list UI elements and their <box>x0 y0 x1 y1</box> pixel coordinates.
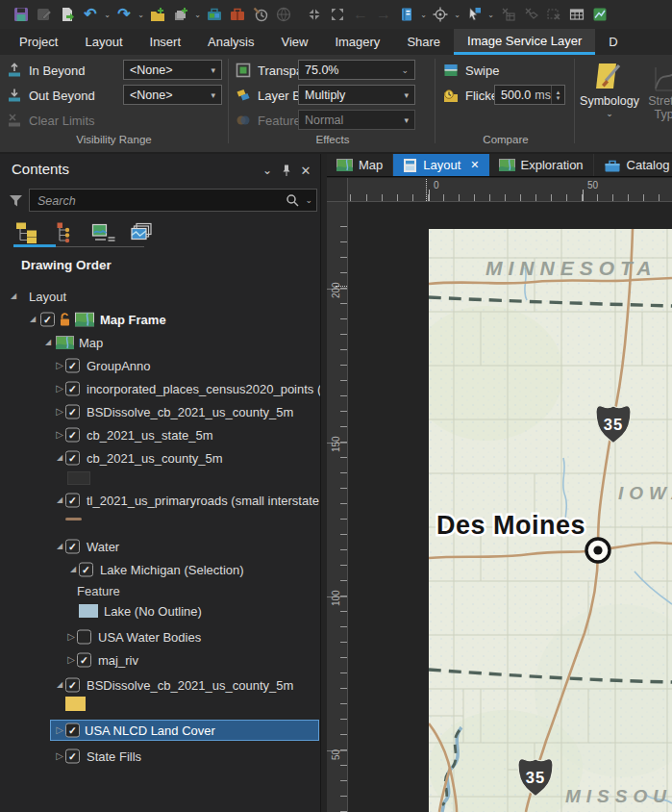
explore-icon[interactable] <box>429 2 452 27</box>
feature-blend-select[interactable]: Normal ▾ <box>298 110 415 130</box>
select-by-attributes-icon[interactable] <box>496 2 519 27</box>
expander-icon[interactable]: ▷ <box>54 407 65 417</box>
infographics-icon[interactable] <box>588 2 611 27</box>
checkbox[interactable]: ✓ <box>65 540 80 554</box>
tree-item-layout[interactable]: ◢ Layout <box>0 285 320 308</box>
tree-item-lake-michigan[interactable]: ◢ ✓ Lake Michigan (Selection) <box>0 558 320 581</box>
redo-dropdown-icon[interactable]: ⌄ <box>136 2 146 27</box>
expander-icon[interactable]: ◢ <box>27 316 38 323</box>
tree-item-cb-state[interactable]: ▷ ✓ cb_2021_us_state_5m <box>0 423 320 446</box>
checkbox[interactable]: ✓ <box>65 723 80 738</box>
ribbon-tab-analysis[interactable]: Analysis <box>194 29 267 55</box>
checkbox[interactable]: ✓ <box>77 653 91 668</box>
ribbon-tab-image-service-layer[interactable]: Image Service Layer <box>454 29 595 55</box>
ribbon-tab-share[interactable]: Share <box>393 29 454 55</box>
ribbon-tab-data[interactable]: D <box>595 29 631 55</box>
undo-icon[interactable]: ↶ <box>79 2 102 27</box>
history-icon[interactable] <box>249 2 272 27</box>
horizontal-ruler[interactable]: 0 50 <box>348 178 672 202</box>
redo-icon[interactable]: ↷ <box>112 2 136 27</box>
tree-item-water[interactable]: ◢ ✓ Water <box>0 535 320 558</box>
checkbox[interactable]: ✓ <box>65 494 80 508</box>
globe-icon[interactable] <box>272 2 295 27</box>
stretch-type-button[interactable]: Stretch Type <box>640 60 672 121</box>
expander-icon[interactable]: ◢ <box>54 496 65 504</box>
collapse-panes-icon[interactable] <box>303 2 326 27</box>
expander-icon[interactable]: ◢ <box>8 292 19 300</box>
expander-icon[interactable]: ◢ <box>67 566 79 573</box>
ribbon-tab-layout[interactable]: Layout <box>71 29 136 55</box>
expander-icon[interactable]: ◢ <box>54 681 65 689</box>
checkbox[interactable]: ✓ <box>77 630 91 645</box>
view-tab-exploration[interactable]: Exploration <box>489 154 594 176</box>
add-layers-dropdown-icon[interactable]: ⌄ <box>192 2 203 27</box>
ribbon-tab-project[interactable]: Project <box>6 29 71 55</box>
expander-icon[interactable]: ◢ <box>42 339 54 346</box>
view-tab-layout[interactable]: Layout ✕ <box>393 154 488 176</box>
flicker-button[interactable]: Flicker <box>442 85 502 106</box>
ribbon-tab-view[interactable]: View <box>267 29 321 55</box>
attribute-table-icon[interactable] <box>565 2 588 27</box>
out-beyond-select[interactable]: <None> ▾ <box>123 85 222 105</box>
save-icon[interactable] <box>10 2 33 27</box>
checkbox[interactable]: ✓ <box>65 382 80 396</box>
out-beyond-button[interactable]: Out Beyond <box>6 85 95 106</box>
expander-icon[interactable]: ◢ <box>54 543 65 550</box>
add-data-icon[interactable] <box>146 2 169 27</box>
clear-limits-button[interactable]: Clear Limits <box>6 110 95 131</box>
symbology-button[interactable]: Symbology ⌄ <box>582 60 637 118</box>
add-layers-icon[interactable] <box>169 2 192 27</box>
ribbon-tab-imagery[interactable]: Imagery <box>321 29 393 55</box>
in-beyond-select[interactable]: <None> ▾ <box>123 60 222 80</box>
explore-dropdown-icon[interactable]: ⌄ <box>452 2 462 27</box>
select-by-location-icon[interactable] <box>519 2 542 27</box>
checkbox[interactable]: ✓ <box>65 428 80 443</box>
swipe-button[interactable]: Swipe <box>442 60 499 81</box>
expand-panes-icon[interactable] <box>326 2 349 27</box>
tree-item-usa-water-bodies[interactable]: ▷ ✓ USA Water Bodies <box>0 625 320 648</box>
select-dropdown-icon[interactable]: ⌄ <box>485 2 496 27</box>
empty-symbol-swatch[interactable] <box>67 471 90 485</box>
toolbox-blue-icon[interactable] <box>203 2 226 27</box>
expander-icon[interactable]: ◢ <box>54 454 65 462</box>
transparency-input[interactable]: 75.0% ⌄ <box>298 60 415 80</box>
tree-item-state-fills[interactable]: ▷ ✓ State Fills <box>0 745 320 768</box>
line-symbol-swatch[interactable] <box>65 518 82 520</box>
checkbox[interactable]: ✓ <box>65 749 80 764</box>
expander-icon[interactable]: ▷ <box>54 430 65 440</box>
layer-blend-select[interactable]: Multiply ▾ <box>298 85 415 105</box>
tree-item-bsdissolve-county[interactable]: ▷ ✓ BSDissolve_cb_2021_us_county_5m <box>0 400 320 423</box>
tree-item-map[interactable]: ◢ Map <box>0 331 320 354</box>
tree-item-maj-riv[interactable]: ▷ ✓ maj_riv <box>0 648 320 672</box>
checkbox[interactable]: ✓ <box>79 563 93 577</box>
spinner-arrows-icon[interactable]: ▴▾ <box>551 86 564 104</box>
checkbox[interactable]: ✓ <box>65 451 80 466</box>
expander-icon[interactable]: ▷ <box>54 751 65 761</box>
checkbox[interactable]: ✓ <box>65 405 80 419</box>
checkbox[interactable]: ✓ <box>40 313 55 327</box>
yellow-fill-swatch[interactable] <box>65 697 86 711</box>
expander-icon[interactable]: ▷ <box>65 632 77 642</box>
expander-icon[interactable]: ▷ <box>54 725 65 735</box>
tree-item-primaryroads[interactable]: ◢ ✓ tl_2021_us_primaryroads (small inter… <box>0 489 320 512</box>
tree-item-map-frame[interactable]: ◢ ✓ Map Frame <box>0 308 320 331</box>
undo-dropdown-icon[interactable]: ⌄ <box>102 2 112 27</box>
save-edits-icon[interactable] <box>33 2 56 27</box>
back-icon[interactable]: ← <box>349 2 372 27</box>
select-icon[interactable] <box>462 2 485 27</box>
toolbox-red-icon[interactable] <box>226 2 249 27</box>
tree-item-cb-county[interactable]: ◢ ✓ cb_2021_us_county_5m <box>0 446 320 469</box>
view-tab-catalog[interactable]: Catalog <box>594 154 672 176</box>
in-beyond-button[interactable]: In Beyond <box>6 60 86 81</box>
vertical-ruler[interactable]: 200 150 100 50 <box>327 202 348 812</box>
tree-item-groupanno[interactable]: ▷ ✓ GroupAnno <box>0 354 320 377</box>
bookmarks-icon[interactable] <box>395 2 418 27</box>
flicker-duration-spinner[interactable]: 500.0 ms ▴▾ <box>494 85 565 105</box>
export-file-icon[interactable] <box>56 2 79 27</box>
bookmarks-dropdown-icon[interactable]: ⌄ <box>418 2 429 27</box>
clear-selection-icon[interactable] <box>542 2 565 27</box>
tree-item-bsdissolve-county-2[interactable]: ◢ ✓ BSDissolve_cb_2021_us_county_5m <box>0 673 320 697</box>
map-frame[interactable]: MINNESOTA IOWA MISSOURI 35 35 Des Moines <box>429 229 672 812</box>
tree-item-usa-nlcd-land-cover[interactable]: ▷ ✓ USA NLCD Land Cover <box>0 719 320 742</box>
checkbox[interactable]: ✓ <box>65 359 80 373</box>
